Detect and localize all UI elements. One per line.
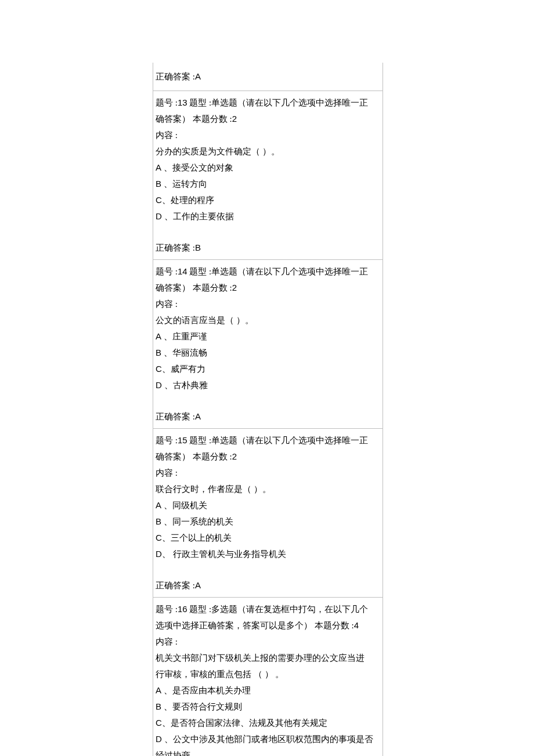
text-segment: 行审核，审核的重点包括 （ ） 。 (156, 670, 284, 679)
text-segment: 、公文中涉及其他部门或者地区职权范围内的事项是否 (162, 735, 373, 744)
cell: 正确答案 :A (153, 63, 383, 91)
text-segment: 正确答案 : (156, 412, 195, 421)
text-line: D 、工作的主要依据 (156, 208, 380, 225)
cell-inner: 正确答案 :A (153, 63, 383, 91)
text-segment: 14 (178, 266, 187, 276)
text-line: A 、接受公文的对象 (156, 160, 380, 176)
blank-line (156, 562, 380, 577)
text-line: C、处理的程序 (156, 192, 380, 208)
text-line: 确答案） 本题分数 :2 (156, 448, 380, 465)
text-segment: 、古朴典雅 (162, 381, 208, 390)
text-line: A 、同级机关 (156, 497, 380, 513)
text-line: 题号 :15 题型 :单选题（请在以下几个选项中选择唯一正 (156, 432, 380, 448)
text-segment: 、华丽流畅 (161, 348, 207, 357)
text-line: D、 行政主管机关与业务指导机关 (156, 546, 380, 562)
text-segment: B (156, 348, 161, 357)
text-segment: 正确答案 : (156, 72, 195, 81)
text-segment: 题号 : (156, 436, 178, 445)
text-line: 正确答案 :B (156, 240, 380, 256)
cell: 题号 :15 题型 :单选题（请在以下几个选项中选择唯一正确答案） 本题分数 :… (153, 429, 383, 598)
text-segment: A (156, 500, 161, 510)
blank-line (156, 225, 380, 240)
text-segment: 联合行文时，作者应是（ ）。 (156, 484, 271, 494)
text-segment: 确答案） 本题分数 : (156, 114, 232, 124)
text-segment: B (156, 516, 161, 526)
text-segment: 、是否应由本机关办理 (161, 686, 251, 695)
text-segment: 题号 : (156, 98, 178, 107)
text-line: D 、古朴典雅 (156, 377, 380, 393)
text-line: 经过协商 (156, 747, 380, 756)
text-segment: 内容 : (156, 299, 178, 309)
text-line: C、威严有力 (156, 361, 380, 377)
text-segment: 题号 : (156, 267, 178, 276)
text-segment: D (156, 734, 162, 744)
text-segment: D (156, 380, 162, 390)
text-line: 选项中选择正确答案，答案可以是多个） 本题分数 :4 (156, 617, 380, 634)
text-segment: D (156, 549, 162, 559)
text-segment: A (156, 162, 161, 172)
text-segment: 16 (178, 604, 187, 614)
text-line: 公文的语言应当是（ ）。 (156, 312, 380, 328)
text-segment: 内容 : (156, 637, 178, 646)
text-segment: 经过协商 (156, 751, 190, 756)
text-segment: A (195, 580, 201, 590)
text-line: 题号 :13 题型 :单选题（请在以下几个选项中选择唯一正 (156, 95, 380, 111)
cell: 题号 :16 题型 :多选题（请在复选框中打勾，在以下几个选项中选择正确答案，答… (153, 598, 383, 756)
text-segment: 分办的实质是为文件确定（ ）。 (156, 147, 280, 156)
text-segment: A (195, 411, 201, 421)
text-segment: A (195, 71, 201, 81)
text-line: 内容 : (156, 465, 380, 481)
text-line: A 、是否应由本机关办理 (156, 682, 380, 699)
text-segment: 、 行政主管机关与业务指导机关 (162, 549, 286, 559)
text-line: B 、华丽流畅 (156, 345, 380, 361)
text-segment: 选项中选择正确答案，答案可以是多个） 本题分数 : (156, 621, 354, 630)
text-segment: A (156, 685, 161, 695)
text-line: C、是否符合国家法律、法规及其他有关规定 (156, 715, 380, 731)
text-line: 正确答案 :A (156, 408, 380, 425)
cell-inner: 题号 :16 题型 :多选题（请在复选框中打勾，在以下几个选项中选择正确答案，答… (153, 598, 383, 756)
text-segment: 确答案） 本题分数 : (156, 452, 232, 461)
text-segment: 、工作的主要依据 (162, 212, 234, 221)
text-segment: 15 (178, 435, 187, 445)
text-segment: 内容 : (156, 468, 178, 478)
text-segment: 确答案） 本题分数 : (156, 283, 232, 292)
text-segment: 、接受公文的对象 (161, 163, 233, 172)
text-line: B 、运转方向 (156, 176, 380, 192)
text-segment: 题型 :单选题（请在以下几个选项中选择唯一正 (187, 98, 369, 107)
text-segment: 题型 :单选题（请在以下几个选项中选择唯一正 (187, 267, 369, 276)
text-line: 正确答案 :A (156, 577, 380, 594)
text-line: D 、公文中涉及其他部门或者地区职权范围内的事项是否 (156, 731, 380, 747)
text-line: B 、同一系统的机关 (156, 513, 380, 530)
text-segment: B (195, 243, 201, 252)
text-line: 题号 :16 题型 :多选题（请在复选框中打勾，在以下几个 (156, 601, 380, 617)
text-segment: 、同级机关 (161, 501, 207, 510)
text-segment: 、三个以上的机关 (162, 533, 232, 542)
text-segment: 题号 : (156, 605, 178, 614)
text-line: 联合行文时，作者应是（ ）。 (156, 481, 380, 497)
question-frame: 正确答案 :A题号 :13 题型 :单选题（请在以下几个选项中选择唯一正确答案）… (153, 63, 383, 756)
text-segment: 、同一系统的机关 (161, 517, 233, 526)
text-segment: 题型 :单选题（请在以下几个选项中选择唯一正 (187, 436, 369, 445)
text-segment: 题型 :多选题（请在复选框中打勾，在以下几个 (187, 605, 369, 614)
text-segment: 公文的语言应当是（ ）。 (156, 316, 254, 325)
text-segment: 4 (354, 620, 359, 630)
text-segment: C (156, 533, 162, 542)
text-segment: C (156, 364, 162, 374)
cell: 题号 :13 题型 :单选题（请在以下几个选项中选择唯一正确答案） 本题分数 :… (153, 91, 383, 260)
text-line: 机关文书部门对下级机关上报的需要办理的公文应当进 (156, 650, 380, 666)
page: 正确答案 :A题号 :13 题型 :单选题（请在以下几个选项中选择唯一正确答案）… (0, 0, 534, 756)
text-line: 题号 :14 题型 :单选题（请在以下几个选项中选择唯一正 (156, 263, 380, 280)
text-line: C、三个以上的机关 (156, 530, 380, 546)
text-segment: 、是否符合国家法律、法规及其他有关规定 (162, 718, 327, 728)
cell-inner: 题号 :15 题型 :单选题（请在以下几个选项中选择唯一正确答案） 本题分数 :… (153, 429, 383, 597)
text-segment: A (156, 331, 161, 341)
text-segment: 、庄重严谨 (161, 332, 207, 341)
text-segment: 、威严有力 (162, 364, 205, 374)
text-segment: 、运转方向 (161, 179, 207, 189)
text-line: 分办的实质是为文件确定（ ）。 (156, 143, 380, 160)
text-segment: B (156, 701, 161, 711)
text-segment: 2 (232, 114, 237, 124)
cell: 题号 :14 题型 :单选题（请在以下几个选项中选择唯一正确答案） 本题分数 :… (153, 260, 383, 429)
text-segment: 正确答案 : (156, 243, 195, 252)
text-segment: C (156, 195, 162, 205)
